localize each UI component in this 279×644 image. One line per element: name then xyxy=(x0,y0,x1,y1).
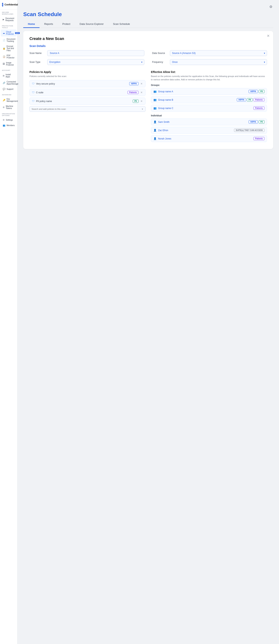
sidebar-item-label: PDF Protector xyxy=(6,54,14,59)
app-name: Confidential xyxy=(4,3,18,6)
tag-hippa: HIPPA xyxy=(249,90,258,93)
group-name: Group name C xyxy=(158,107,252,110)
group-item-group-b: 👥Group name BHIPPAPIIPatients xyxy=(151,96,267,103)
group-item-group-c: 👥Group name CPatients xyxy=(151,105,267,112)
frequency-field: Frequency Once ▼ xyxy=(152,59,267,65)
tag-patients: Patients xyxy=(254,106,265,110)
policy-icon: 🛡 xyxy=(32,82,34,85)
tab-home[interactable]: Home xyxy=(23,20,39,28)
settings-button[interactable]: ⚙ xyxy=(269,4,273,10)
document-requests-icon: ▶ xyxy=(3,18,4,21)
allow-list-section: Effective Allow list: Based on the polic… xyxy=(151,70,267,144)
sidebar-section-label: ORGANIZATION OPTIONS xyxy=(0,111,17,117)
scan-name-label: Scan Name xyxy=(29,52,45,54)
data-source-select[interactable]: Source A (Amazon S3) xyxy=(170,50,267,56)
group-name: Group name B xyxy=(158,98,235,101)
scan-details-title: Scan Details xyxy=(29,44,267,48)
nav-tabs: HomeReportsProtectData Source ExplorerSc… xyxy=(23,20,273,28)
scan-details-grid: Scan Name Data Source Source A (Amazon S… xyxy=(29,50,267,65)
sidebar-item-pdf-protector[interactable]: 📋PDF Protector xyxy=(1,53,16,60)
scan-type-select-wrapper: Encryption ▼ xyxy=(47,59,144,65)
individual-item-sam-smith: 👤Sam SmithHIPPAPII xyxy=(151,118,267,125)
scan-type-select[interactable]: Encryption xyxy=(47,59,144,65)
install-apps-icon: ⊞ xyxy=(3,74,4,77)
sidebar-item-encrypt-text[interactable]: 🔒Encrypt Text and Files xyxy=(1,44,16,53)
policies-section: Policies to Apply Policies currently sel… xyxy=(29,70,146,144)
sidebar-item-members[interactable]: 👥Members xyxy=(1,123,16,128)
individual-label: Individual xyxy=(151,114,267,117)
remove-policy-button[interactable]: ✕ xyxy=(140,90,143,94)
tag-pii: PII xyxy=(133,100,139,103)
pdf-protector-icon: 📋 xyxy=(3,56,5,58)
sidebar-item-label: Document Requests xyxy=(5,17,14,22)
policy-name: C-suite xyxy=(36,91,126,94)
remove-policy-button[interactable]: ✕ xyxy=(140,82,143,86)
person-icon: 👤 xyxy=(153,129,157,132)
sidebar-logo: C Confidential xyxy=(0,0,17,10)
remove-policy-button[interactable]: ✕ xyxy=(140,99,143,103)
tag-patients: Patients xyxy=(127,91,139,94)
sidebar-item-image-protector[interactable]: 🖼Image Protector xyxy=(1,60,16,67)
policy-search-input[interactable] xyxy=(31,108,140,110)
sidebar-item-machine-tokens[interactable]: ⚙Machine Tokens xyxy=(1,104,16,111)
policy-item-c-suite: 🛡C-suitePatients✕ xyxy=(29,89,146,96)
tag-patients: Patients xyxy=(254,137,265,140)
document-tracking-icon: 📄 xyxy=(3,39,5,42)
data-source-select-wrapper: Source A (Amazon S3) ▼ xyxy=(170,50,267,56)
tab-reports[interactable]: Reports xyxy=(39,20,58,28)
support-icon: 💬 xyxy=(3,88,5,90)
scan-type-label: Scan Type xyxy=(29,61,45,64)
sidebar-item-connected-apps[interactable]: 🔗Connected Apps/Storage xyxy=(1,79,16,86)
group-icon: 👥 xyxy=(153,98,157,101)
sidebar-section-label: ADVANCED xyxy=(0,92,17,96)
tag-hippa: HIPPA xyxy=(237,98,246,102)
tab-scan-schedule[interactable]: Scan Schedule xyxy=(108,20,134,28)
individual-section: Individual 👤Sam SmithHIPPAPII👤Zac EfronS… xyxy=(151,114,267,142)
tab-data-source-explorer[interactable]: Data Source Explorer xyxy=(75,20,108,28)
create-scan-card: ✕ Create a New Scan Scan Details Scan Na… xyxy=(23,31,273,149)
tag-pii: PII xyxy=(247,98,253,102)
sidebar-item-label: Install Apps xyxy=(5,74,14,78)
policy-icon: 🛡 xyxy=(32,91,34,94)
data-source-label: Data Source xyxy=(152,52,168,54)
sidebar-item-cloud-protector[interactable]: ☁Cloud ProtectorNEW xyxy=(1,30,16,36)
sidebar-item-label: Key Management xyxy=(6,98,18,102)
sidebar-item-label: Support xyxy=(6,88,13,90)
individual-item-norah-jones: 👤Norah JonesPatients xyxy=(151,135,267,142)
key-management-icon: 🔑 xyxy=(3,99,5,102)
tab-protect[interactable]: Protect xyxy=(58,20,75,28)
group-icon: 👥 xyxy=(153,107,157,110)
machine-tokens-icon: ⚙ xyxy=(3,106,5,109)
sidebar-item-support[interactable]: 💬Support xyxy=(1,86,16,92)
individual-item-zac-efron: 👤Zac EfronSUITE(s) THEY CAN ACCESS xyxy=(151,127,267,134)
sidebar-item-label: Document Tracking xyxy=(6,38,15,42)
person-name: Zac Efron xyxy=(158,129,233,132)
person-name: Norah Jones xyxy=(158,137,252,140)
policies-allow-list: Policies to Apply Policies currently sel… xyxy=(29,70,267,144)
tag-hippa: HIPPA xyxy=(129,82,139,85)
policy-search-box[interactable]: ▼ xyxy=(29,106,146,112)
main-content: ⚙ Scan Schedule HomeReportsProtectData S… xyxy=(17,0,279,644)
encrypt-text-icon: 🔒 xyxy=(3,47,5,50)
sidebar-item-settings[interactable]: ⚙Settings xyxy=(1,117,16,122)
frequency-select[interactable]: Once xyxy=(170,59,267,65)
settings-icon: ⚙ xyxy=(3,119,5,121)
groups-label: Groups: xyxy=(151,84,267,86)
sidebar-item-document-tracking[interactable]: 📄Document Tracking xyxy=(1,37,16,44)
cloud-protector-icon: ☁ xyxy=(3,32,5,34)
policies-subtitle: Policies currently selected for this sca… xyxy=(29,75,146,78)
connected-apps-icon: 🔗 xyxy=(3,82,5,84)
image-protector-icon: 🖼 xyxy=(3,63,5,65)
sidebar-item-key-management[interactable]: 🔑Key Management xyxy=(1,96,16,104)
scan-name-input[interactable] xyxy=(47,50,144,56)
policy-name: PII policy name xyxy=(36,100,131,102)
close-button[interactable]: ✕ xyxy=(267,34,270,38)
group-name: Group name A xyxy=(158,90,247,93)
sidebar-item-install-apps[interactable]: ⊞Install Apps xyxy=(1,72,16,79)
sidebar: C Confidential SECURE WORKFLOWS▶Document… xyxy=(0,0,17,644)
sidebar-item-document-requests[interactable]: ▶Document Requests xyxy=(1,16,16,23)
person-icon: 👤 xyxy=(153,120,157,123)
sidebar-item-label: Machine Tokens xyxy=(6,105,14,110)
search-dropdown-icon: ▼ xyxy=(141,108,143,110)
frequency-select-wrapper: Once ▼ xyxy=(170,59,267,65)
